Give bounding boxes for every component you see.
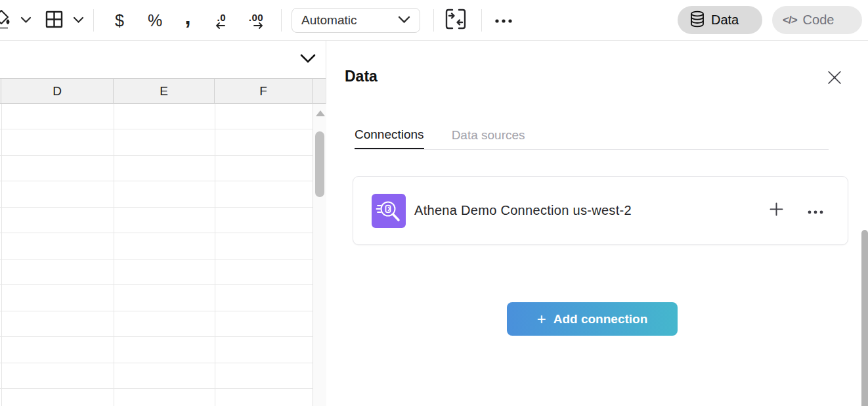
- sheet-cells[interactable]: [0, 104, 313, 406]
- panel-title: Data: [345, 68, 378, 85]
- grid-line: [114, 104, 114, 406]
- code-panel-toggle-label: Code: [803, 12, 835, 28]
- percent-icon: %: [148, 11, 162, 30]
- comma-icon: ,: [184, 4, 190, 30]
- panel-tabs: Connections Data sources: [355, 121, 829, 150]
- grid-line: [1, 104, 2, 406]
- ellipsis-icon: [808, 205, 823, 217]
- convert-to-table-button[interactable]: [441, 0, 470, 41]
- column-header-d[interactable]: D: [1, 79, 114, 103]
- fill-color-dropdown[interactable]: [16, 0, 35, 41]
- increase-decimals-button[interactable]: .00: [240, 0, 272, 41]
- collapse-panel-button[interactable]: [297, 49, 319, 71]
- borders-dropdown[interactable]: [68, 0, 88, 41]
- tab-data-sources[interactable]: Data sources: [452, 121, 525, 149]
- sheet-top-strip: [0, 41, 326, 78]
- athena-icon: [372, 194, 406, 228]
- comma-format-button[interactable]: ,: [175, 0, 201, 41]
- code-icon: </>: [783, 14, 797, 27]
- column-header-e[interactable]: E: [114, 79, 215, 103]
- fill-color-button[interactable]: [0, 0, 11, 41]
- vertical-scrollbar[interactable]: [313, 104, 326, 406]
- decrease-decimals-icon: .0: [215, 12, 226, 29]
- panel-scrollbar-thumb[interactable]: [861, 230, 868, 406]
- scroll-up-arrow[interactable]: [316, 110, 325, 116]
- toolbar-separator: [93, 9, 94, 32]
- chevron-down-icon: [73, 14, 84, 26]
- chevron-down-icon: [398, 14, 410, 26]
- column-header-f[interactable]: F: [215, 79, 313, 103]
- toolbar: $ % , .0 .00 Automatic: [0, 0, 868, 41]
- close-icon: [827, 70, 842, 88]
- ellipsis-icon: [494, 14, 513, 26]
- data-panel-toggle-label: Data: [711, 12, 739, 28]
- scrollbar-thumb[interactable]: [315, 131, 324, 197]
- plus-icon: [770, 202, 783, 219]
- number-format-value: Automatic: [301, 13, 398, 28]
- connection-list-item[interactable]: Athena Demo Connection us-west-2: [353, 176, 848, 245]
- arrows-inward-icon: [444, 8, 467, 33]
- grid-line: [215, 104, 215, 406]
- data-panel: Data Connections Data sources Athena Dem…: [327, 41, 868, 406]
- add-connection-button[interactable]: + Add connection: [507, 302, 678, 336]
- connection-name: Athena Demo Connection us-west-2: [414, 203, 764, 218]
- connection-insert-button[interactable]: [764, 198, 789, 223]
- close-panel-button[interactable]: [825, 69, 844, 89]
- dollar-icon: $: [115, 11, 124, 30]
- number-format-select[interactable]: Automatic: [292, 8, 420, 33]
- toolbar-separator: [433, 9, 434, 32]
- spreadsheet-area: D E F: [0, 41, 326, 406]
- borders-button[interactable]: [42, 0, 66, 41]
- decrease-decimals-button[interactable]: .0: [206, 0, 235, 41]
- chevron-down-icon: [20, 14, 32, 26]
- tab-connections[interactable]: Connections: [355, 121, 424, 149]
- paint-bucket-icon: [0, 8, 11, 33]
- data-panel-toggle-button[interactable]: Data: [678, 6, 762, 34]
- database-icon: [689, 11, 705, 30]
- plus-icon: +: [537, 311, 546, 327]
- chevron-down-icon: [300, 54, 316, 66]
- percent-format-button[interactable]: %: [139, 0, 171, 41]
- toolbar-separator: [281, 9, 282, 32]
- currency-format-button[interactable]: $: [105, 0, 134, 41]
- increase-decimals-icon: .00: [249, 12, 263, 29]
- column-header-row: D E F: [0, 78, 326, 104]
- add-connection-label: Add connection: [553, 312, 648, 327]
- toolbar-separator: [481, 9, 482, 32]
- code-panel-toggle-button[interactable]: </> Code: [772, 6, 862, 34]
- connection-more-button[interactable]: [803, 198, 828, 223]
- borders-icon: [45, 11, 63, 31]
- more-options-button[interactable]: [490, 0, 517, 41]
